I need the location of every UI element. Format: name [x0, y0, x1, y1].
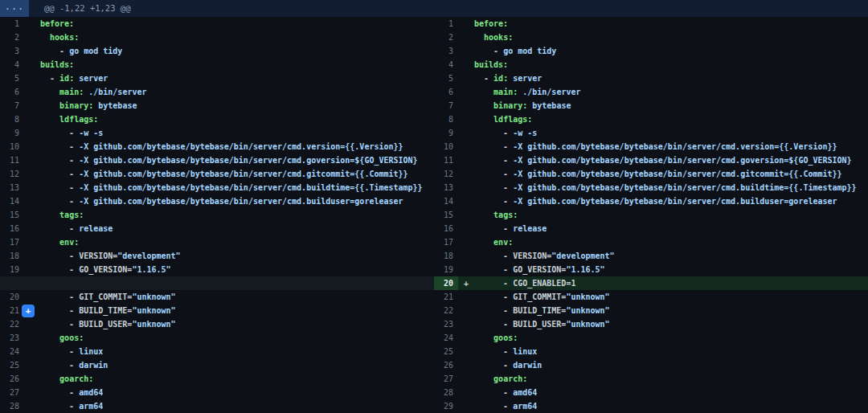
line-number[interactable]: 19 — [434, 263, 458, 276]
line-number[interactable]: 13 — [0, 181, 24, 194]
diff-row: 18 - VERSION="development" — [434, 249, 868, 263]
line-number[interactable]: 28 — [434, 386, 458, 399]
diff-row: 24 goos: — [434, 331, 868, 345]
hunk-header-text: @@ -1,22 +1,23 @@ — [29, 0, 130, 17]
line-number[interactable]: 24 — [434, 331, 458, 345]
code-line: goarch: — [40, 372, 434, 386]
line-number[interactable]: 2 — [434, 31, 458, 44]
diff-sign — [458, 263, 474, 276]
code-line: hooks: — [474, 31, 868, 44]
line-number[interactable]: 16 — [434, 222, 458, 235]
line-number[interactable]: 26 — [434, 358, 458, 372]
line-number[interactable]: 25 — [0, 358, 24, 372]
diff-sign — [24, 112, 40, 126]
code-line: builds: — [40, 58, 434, 72]
line-number[interactable]: 29 — [434, 399, 458, 413]
add-comment-button[interactable]: + — [22, 305, 35, 317]
diff-sign — [24, 235, 40, 249]
diff-sign — [24, 85, 40, 99]
line-number[interactable]: 26 — [0, 372, 24, 386]
line-number[interactable]: 27 — [434, 372, 458, 386]
line-number[interactable]: 12 — [434, 167, 458, 181]
line-number[interactable]: 5 — [0, 72, 24, 85]
diff-row: 20+ - CGO_ENABLED=1 — [434, 276, 868, 290]
line-number[interactable]: 21 — [0, 304, 24, 317]
line-number[interactable]: 5 — [434, 72, 458, 85]
line-number[interactable]: 8 — [434, 112, 458, 126]
diff-row: 11 - -X github.com/bytebase/bytebase/bin… — [434, 153, 868, 167]
diff-sign — [24, 140, 40, 153]
hunk-header-row: ··· @@ -1,22 +1,23 @@ — [0, 0, 868, 17]
line-number[interactable]: 2 — [0, 31, 24, 44]
code-line: binary: bytebase — [40, 99, 434, 112]
diff-row: 12 - -X github.com/bytebase/bytebase/bin… — [0, 167, 434, 181]
code-line: ldflags: — [474, 112, 868, 126]
line-number[interactable]: 23 — [0, 331, 24, 345]
diff-row: 16 - release — [0, 222, 434, 235]
line-number[interactable]: 7 — [0, 99, 24, 112]
code-line: - GIT_COMMIT="unknown" — [40, 290, 434, 304]
line-number[interactable]: 9 — [434, 126, 458, 140]
expand-hunk-button[interactable]: ··· — [0, 0, 29, 17]
line-number[interactable]: 22 — [0, 317, 24, 331]
diff-sign — [458, 112, 474, 126]
line-number[interactable]: 12 — [0, 167, 24, 181]
line-number[interactable]: 11 — [434, 153, 458, 167]
line-number[interactable]: 11 — [0, 153, 24, 167]
line-number[interactable]: 16 — [0, 222, 24, 235]
line-number[interactable]: 15 — [434, 208, 458, 222]
diff-sign — [24, 222, 40, 235]
line-number[interactable]: 20 — [434, 276, 458, 290]
line-number[interactable]: 19 — [0, 263, 24, 276]
line-number[interactable]: 27 — [0, 386, 24, 399]
line-number[interactable]: 6 — [434, 85, 458, 99]
diff-sign — [458, 17, 474, 31]
diff-sign — [24, 317, 40, 331]
line-number[interactable]: 23 — [434, 317, 458, 331]
diff-row: 15 tags: — [0, 208, 434, 222]
line-number[interactable]: 8 — [0, 112, 24, 126]
line-number[interactable]: 7 — [434, 99, 458, 112]
line-number[interactable]: 3 — [0, 44, 24, 58]
code-line: - CGO_ENABLED=1 — [474, 276, 868, 290]
diff-sign — [24, 181, 40, 194]
diff-row: 23 goos: — [0, 331, 434, 345]
line-number[interactable]: 25 — [434, 345, 458, 358]
line-number[interactable]: 1 — [0, 17, 24, 31]
line-number[interactable]: 28 — [0, 399, 24, 413]
line-number[interactable]: 14 — [434, 194, 458, 208]
line-number[interactable]: 13 — [434, 181, 458, 194]
code-line: - linux — [474, 345, 868, 358]
line-number[interactable]: 17 — [0, 235, 24, 249]
line-number[interactable]: 20 — [0, 290, 24, 304]
diff-pane-old: 1before:2 hooks:3 - go mod tidy4builds:5… — [0, 17, 434, 413]
line-number[interactable]: 4 — [0, 58, 24, 72]
line-number[interactable]: 18 — [0, 249, 24, 263]
line-number[interactable]: 10 — [434, 140, 458, 153]
line-number[interactable]: 9 — [0, 126, 24, 140]
line-number[interactable]: 17 — [434, 235, 458, 249]
line-number[interactable]: 22 — [434, 304, 458, 317]
code-line: - amd64 — [474, 386, 868, 399]
line-number[interactable]: 6 — [0, 85, 24, 99]
diff-sign — [458, 358, 474, 372]
line-number[interactable]: 21 — [434, 290, 458, 304]
diff-row: 29 - arm64 — [434, 399, 868, 413]
diff-row: 1before: — [0, 17, 434, 31]
line-number[interactable]: 24 — [0, 345, 24, 358]
diff-sign: + — [458, 276, 474, 290]
diff-sign — [24, 372, 40, 386]
line-number[interactable]: 18 — [434, 249, 458, 263]
line-number[interactable]: 15 — [0, 208, 24, 222]
line-number[interactable]: 1 — [434, 17, 458, 31]
code-line: - -X github.com/bytebase/bytebase/bin/se… — [40, 140, 434, 153]
diff-row: 7 binary: bytebase — [434, 99, 868, 112]
diff-row: 23 - BUILD_USER="unknown" — [434, 317, 868, 331]
code-line: env: — [40, 235, 434, 249]
line-number[interactable]: 4 — [434, 58, 458, 72]
line-number[interactable]: 14 — [0, 194, 24, 208]
line-number[interactable]: 10 — [0, 140, 24, 153]
code-line: - BUILD_TIME="unknown" — [40, 304, 434, 317]
split-diff-view: ··· @@ -1,22 +1,23 @@ 1before:2 hooks:3 … — [0, 0, 868, 413]
line-number[interactable]: 3 — [434, 44, 458, 58]
